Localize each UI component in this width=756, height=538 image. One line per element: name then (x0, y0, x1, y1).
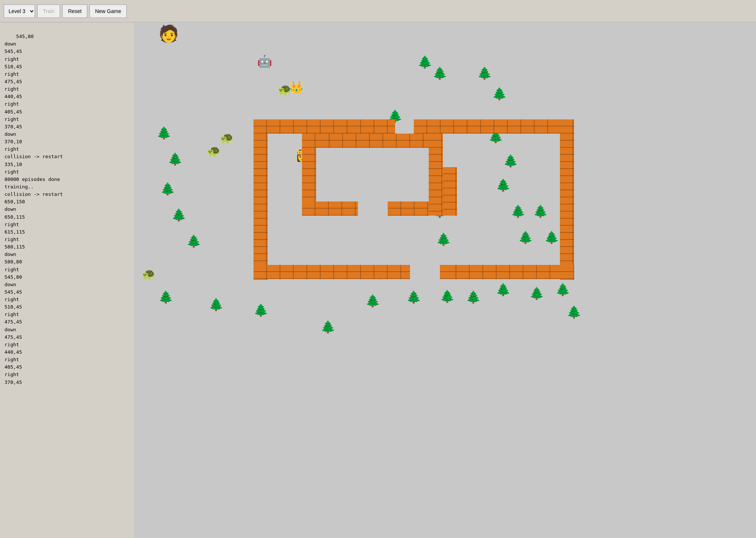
tree-16: 🌲 (533, 205, 548, 217)
toolbar: Level 3 Level 1 Level 2 Level 4 Train Re… (0, 0, 756, 22)
log-content: 545,80 down 545,45 right 510,45 right 47… (4, 34, 63, 385)
enemy-3: 🐢 (207, 146, 221, 157)
tree-18: 🌲 (157, 127, 171, 139)
main-area: 545,80 down 545,45 right 510,45 right 47… (0, 22, 756, 538)
wall-bottom-left (253, 265, 410, 279)
tree-22: 🌲 (186, 235, 201, 247)
game-canvas: 🧑 🤖 🌲 🌲 🌲 🌲 🌲 🌲 🌲 🌲 🌲 🌲 🌲 🌲 🌲 🌲 🌲 🌲 🌲 🌲 … (134, 22, 756, 538)
tree-32: 🌲 (555, 284, 570, 295)
enemy-boss-1: 👑 (289, 81, 304, 93)
wall-bottom-platform-r (443, 265, 561, 279)
tree-15: 🌲 (518, 231, 533, 243)
level-select[interactable]: Level 3 Level 1 Level 2 Level 4 (4, 4, 35, 18)
tree-25: 🌲 (253, 304, 268, 316)
tree-23: 🌲 (158, 291, 173, 303)
log-panel: 545,80 down 545,45 right 510,45 right 47… (0, 22, 134, 538)
robot-character: 🤖 (257, 55, 272, 67)
tree-28: 🌲 (440, 290, 455, 302)
tree-24: 🌲 (209, 298, 224, 310)
wall-inner-top-conn (316, 134, 429, 148)
tree-20: 🌲 (160, 183, 175, 195)
tree-26: 🌲 (365, 295, 380, 307)
tree-14: 🌲 (511, 205, 526, 217)
tree-17: 🌲 (544, 231, 559, 243)
tree-21: 🌲 (171, 209, 186, 221)
tree-12: 🌲 (503, 155, 518, 167)
reset-button[interactable]: Reset (62, 4, 87, 18)
tree-13: 🌲 (496, 179, 511, 191)
tree-19: 🌲 (168, 153, 183, 165)
wall-right-vert (560, 119, 574, 280)
wall-inner-right-vert (429, 134, 443, 216)
tree-10: 🌲 (492, 88, 507, 100)
train-button[interactable]: Train (37, 4, 60, 18)
tree-34: 🌲 (321, 321, 336, 333)
tree-1: 🌲 (418, 56, 432, 68)
tree-8: 🌲 (436, 233, 451, 245)
new-game-button[interactable]: New Game (89, 4, 127, 18)
tree-2: 🌲 (432, 67, 447, 79)
tree-9: 🌲 (477, 67, 492, 79)
tree-31: 🌲 (529, 287, 544, 299)
tree-33: 🌲 (567, 306, 582, 318)
wall-top-main (253, 119, 395, 134)
wall-top-right (414, 119, 574, 134)
wall-notch-right (443, 167, 457, 216)
wall-left-vert (253, 119, 268, 280)
tree-27: 🌲 (406, 291, 421, 303)
enemy-bottom-left: 🐢 (142, 269, 155, 280)
mario-character: 🧑 (158, 25, 179, 42)
tree-30: 🌲 (496, 284, 511, 295)
wall-inner-bottom (302, 201, 358, 216)
enemy-2: 🐢 (220, 132, 234, 144)
tree-29: 🌲 (466, 291, 481, 303)
